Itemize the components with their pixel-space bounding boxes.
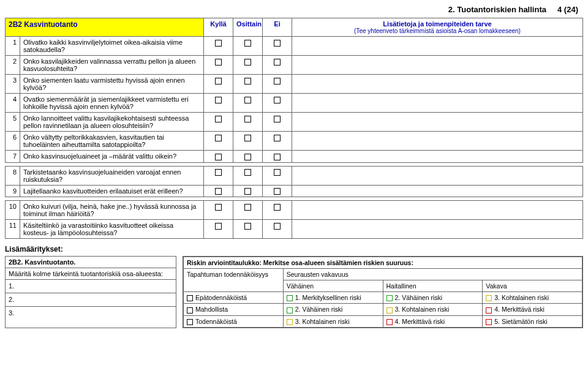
- risk-row: Mahdollista2. Vähäinen riski3. Kohtalain…: [184, 304, 582, 315]
- risk-cell[interactable]: 3. Kohtalainen riski: [283, 315, 383, 327]
- checkbox-partly[interactable]: [233, 185, 263, 197]
- question-row: 3Onko siementen laatu varmistettu hyviss…: [6, 75, 583, 94]
- checkbox-no[interactable]: [263, 94, 292, 113]
- info-field[interactable]: [292, 113, 583, 132]
- priority-row[interactable]: 1.: [6, 280, 176, 293]
- sev-label: Seurausten vakavuus: [283, 269, 582, 280]
- checkbox-yes[interactable]: [204, 220, 233, 239]
- info-field[interactable]: [292, 220, 583, 239]
- info-field[interactable]: [292, 201, 583, 220]
- question-row: 10Onko kuivuri (vilja, heinä, hake jne..…: [6, 201, 583, 220]
- risk-cell[interactable]: 2. Vähäinen riski: [283, 304, 383, 315]
- checkbox-no[interactable]: [263, 113, 292, 132]
- row-number: 6: [6, 132, 20, 151]
- row-number: 11: [6, 220, 20, 239]
- sev-col: Vähäinen: [283, 280, 383, 292]
- checkbox-partly[interactable]: [233, 151, 263, 163]
- checkbox-no[interactable]: [263, 56, 292, 75]
- checkbox-yes[interactable]: [204, 151, 233, 163]
- risk-row: Todennäköistä3. Kohtalainen riski4. Merk…: [184, 315, 582, 327]
- info-field[interactable]: [292, 185, 583, 197]
- priority-row[interactable]: 2.: [6, 293, 176, 307]
- lower-section: 2B2. Kasvintuotanto. Määritä kolme tärke…: [5, 256, 583, 328]
- row-number: 7: [6, 151, 20, 163]
- col-partly: Osittain: [233, 18, 263, 37]
- prob-cell[interactable]: Epätodennäköistä: [184, 292, 284, 304]
- checkbox-yes[interactable]: [204, 94, 233, 113]
- risk-row: Epätodennäköistä1. Merkityksellinen risk…: [184, 292, 582, 304]
- info-field[interactable]: [292, 166, 583, 185]
- row-number: 8: [6, 166, 20, 185]
- checkbox-yes[interactable]: [204, 56, 233, 75]
- risk-cell[interactable]: 4. Merkittävä riski: [483, 304, 582, 315]
- question-text: Tarkistetaanko kasvinsuojeluaineiden var…: [20, 166, 204, 185]
- info-field[interactable]: [292, 56, 583, 75]
- question-text: Onko kasvinsuojeluaineet ja –määrät vali…: [20, 151, 204, 163]
- checkbox-no[interactable]: [263, 166, 292, 185]
- question-text: Onko kuivuri (vilja, heinä, hake jne..) …: [20, 201, 204, 220]
- checkbox-yes[interactable]: [204, 166, 233, 185]
- checkbox-partly[interactable]: [233, 75, 263, 94]
- checkbox-partly[interactable]: [233, 220, 263, 239]
- checkbox-yes[interactable]: [204, 75, 233, 94]
- question-row: 8Tarkistetaanko kasvinsuojeluaineiden va…: [6, 166, 583, 185]
- checkbox-yes[interactable]: [204, 37, 233, 56]
- checkbox-partly[interactable]: [233, 94, 263, 113]
- risk-cell[interactable]: 4. Merkittävä riski: [383, 315, 483, 327]
- checkbox-yes[interactable]: [204, 201, 233, 220]
- checkbox-partly[interactable]: [233, 201, 263, 220]
- row-number: 5: [6, 113, 20, 132]
- prob-label: Tapahtuman todennäköisyys: [184, 269, 284, 292]
- row-number: 1: [6, 37, 20, 56]
- checkbox-yes[interactable]: [204, 185, 233, 197]
- checkbox-partly[interactable]: [233, 166, 263, 185]
- checkbox-no[interactable]: [263, 132, 292, 151]
- spec-label: Lisämääritykset:: [5, 245, 583, 253]
- sev-col: Vakava: [483, 280, 582, 292]
- question-text: Käsiteltiinkö ja varastoitiinko kasvituo…: [20, 220, 204, 239]
- row-number: 10: [6, 201, 20, 220]
- risk-cell[interactable]: 2. Vähäinen riski: [383, 292, 483, 304]
- checkbox-yes[interactable]: [204, 132, 233, 151]
- checkbox-no[interactable]: [263, 151, 292, 163]
- row-number: 3: [6, 75, 20, 94]
- sev-col: Haitallinen: [383, 280, 483, 292]
- prob-cell[interactable]: Mahdollista: [184, 304, 284, 315]
- priority-title: 2B2. Kasvintuotanto.: [6, 257, 176, 268]
- checkbox-partly[interactable]: [233, 113, 263, 132]
- prob-cell[interactable]: Todennäköistä: [184, 315, 284, 327]
- risk-cell[interactable]: 1. Merkityksellinen riski: [283, 292, 383, 304]
- question-text: Onko kasvilajikkeiden valinnassa verratt…: [20, 56, 204, 75]
- page-header: 2. Tuotantoriskien hallinta 4 (24): [5, 5, 583, 14]
- checkbox-no[interactable]: [263, 220, 292, 239]
- checkbox-no[interactable]: [263, 75, 292, 94]
- risk-cell[interactable]: 3. Kohtalainen riski: [383, 304, 483, 315]
- question-row: 9Lajitellaanko kasvituotteiden erilaatui…: [6, 185, 583, 197]
- page-number: 4 (24): [557, 5, 578, 14]
- info-field[interactable]: [292, 75, 583, 94]
- checkbox-no[interactable]: [263, 37, 292, 56]
- col-info: Lisätietoja ja toimenpiteiden tarve (Tee…: [292, 18, 583, 37]
- info-field[interactable]: [292, 151, 583, 163]
- priority-subtitle: Määritä kolme tärkeintä tuotantoriskiä o…: [6, 268, 176, 280]
- question-row: 6Onko vältytty peltorikkakasvien, kasvit…: [6, 132, 583, 151]
- checkbox-partly[interactable]: [233, 132, 263, 151]
- checkbox-no[interactable]: [263, 185, 292, 197]
- question-row: 7Onko kasvinsuojeluaineet ja –määrät val…: [6, 151, 583, 163]
- checkbox-no[interactable]: [263, 201, 292, 220]
- info-field[interactable]: [292, 37, 583, 56]
- question-text: Lajitellaanko kasvituotteiden erilaatuis…: [20, 185, 204, 197]
- section-heading: 2B2 Kasvintuotanto: [6, 18, 204, 37]
- checkbox-yes[interactable]: [204, 113, 233, 132]
- info-field[interactable]: [292, 132, 583, 151]
- question-text: Onko vältytty peltorikkakasvien, kasvita…: [20, 132, 204, 151]
- risk-cell[interactable]: 5. Sietämätön riski: [483, 315, 582, 327]
- risk-table: Riskin arviointitaulukko: Merkitse osa-a…: [183, 257, 582, 328]
- risk-cell[interactable]: 3. Kohtalainen riski: [483, 292, 582, 304]
- section-title: 2. Tuotantoriskien hallinta: [448, 5, 546, 14]
- info-field[interactable]: [292, 94, 583, 113]
- checkbox-partly[interactable]: [233, 37, 263, 56]
- question-row: 4Ovatko siemenmäärät ja siemenlajikkeet …: [6, 94, 583, 113]
- priority-row[interactable]: 3.: [6, 307, 176, 320]
- checkbox-partly[interactable]: [233, 56, 263, 75]
